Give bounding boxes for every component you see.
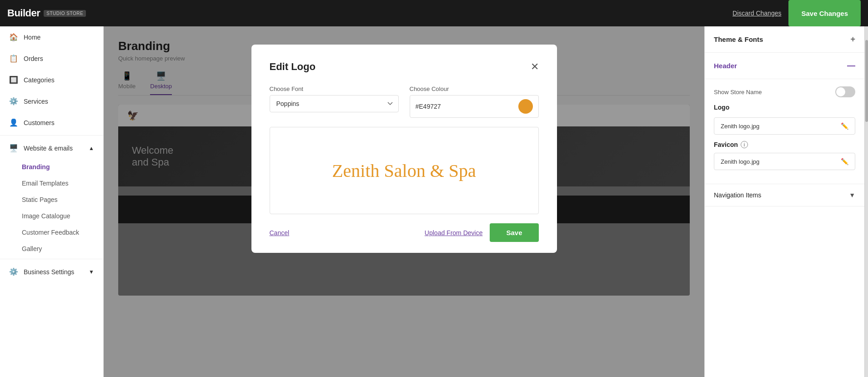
sidebar-item-gallery-label: Gallery [22, 245, 42, 252]
info-icon[interactable]: i [741, 141, 748, 148]
sidebar-item-orders-label: Orders [24, 55, 43, 62]
sidebar-item-static-pages[interactable]: Static Pages [22, 191, 103, 208]
sidebar-item-website-emails-label: Website & emails [24, 145, 73, 152]
sidebar-item-static-pages-label: Static Pages [22, 196, 58, 203]
topbar-logo: Builder STUDIO STORE [7, 7, 86, 19]
add-icon[interactable]: + [850, 35, 855, 44]
topbar: Builder STUDIO STORE Discard Changes Sav… [0, 0, 868, 26]
sidebar-item-image-catalogue[interactable]: Image Catalogue [22, 208, 103, 224]
save-changes-button[interactable]: Save Changes [788, 0, 861, 26]
sidebar-item-services-label: Services [24, 98, 48, 105]
header-section[interactable]: Header — [705, 53, 864, 79]
home-icon: 🏠 [9, 33, 18, 41]
modal-form-row: Choose Font Poppins Roboto Lato Montserr… [270, 85, 539, 118]
logo-field: Zenith logo.jpg ✏️ [714, 117, 855, 135]
font-select[interactable]: Poppins Roboto Lato Montserrat Open Sans [270, 95, 399, 112]
main-layout: 🏠 Home 📋 Orders 🔲 Categories ⚙️ Services… [0, 26, 868, 377]
chevron-up-icon: ▲ [89, 145, 94, 151]
sidebar-item-business-settings-label: Business Settings [24, 268, 74, 276]
topbar-actions: Discard Changes Save Changes [733, 0, 861, 26]
sidebar: 🏠 Home 📋 Orders 🔲 Categories ⚙️ Services… [0, 26, 104, 377]
sidebar-item-home[interactable]: 🏠 Home [0, 26, 103, 48]
categories-icon: 🔲 [9, 75, 18, 84]
sidebar-divider [0, 135, 103, 136]
logo-filename: Zenith logo.jpg [721, 123, 759, 130]
colour-input[interactable] [416, 103, 514, 110]
colour-input-wrapper[interactable] [410, 95, 539, 118]
modal-title: Edit Logo [270, 61, 316, 73]
sidebar-item-categories-label: Categories [24, 76, 55, 84]
sidebar-item-services[interactable]: ⚙️ Services [0, 90, 103, 112]
logo-section-title: Logo [714, 104, 855, 111]
sidebar-item-home-label: Home [24, 34, 40, 41]
right-panel: Theme & Fonts + Header — Show Store Name… [704, 26, 864, 377]
colour-field: Choose Colour [410, 85, 539, 118]
minus-icon[interactable]: — [847, 61, 855, 70]
sidebar-item-orders[interactable]: 📋 Orders [0, 48, 103, 69]
modal-footer: Cancel Upload From Device Save [270, 214, 539, 253]
orders-icon: 📋 [9, 54, 18, 63]
choose-colour-label: Choose Colour [410, 85, 539, 92]
sidebar-item-branding-label: Branding [22, 163, 50, 171]
theme-fonts-label: Theme & Fonts [714, 35, 763, 43]
save-button[interactable]: Save [490, 223, 538, 242]
business-settings-icon: ⚙️ [9, 267, 18, 276]
show-store-name-toggle[interactable] [835, 86, 855, 97]
logo-preview-area: Zenith Salon & Spa [270, 127, 539, 214]
modal-header: Edit Logo ✕ [270, 61, 539, 73]
edit-logo-modal: Edit Logo ✕ Choose Font Poppins Roboto L… [251, 45, 557, 253]
colour-swatch[interactable] [518, 99, 533, 114]
sidebar-item-email-templates[interactable]: Email Templates [22, 175, 103, 191]
store-name-toggle-row: Show Store Name [714, 86, 855, 97]
services-icon: ⚙️ [9, 97, 18, 106]
website-emails-icon: 🖥️ [9, 144, 18, 152]
choose-font-label: Choose Font [270, 85, 399, 92]
scroll-thumb[interactable] [865, 40, 868, 122]
sidebar-item-categories[interactable]: 🔲 Categories [0, 69, 103, 90]
edit-favicon-pencil-icon[interactable]: ✏️ [841, 158, 848, 165]
sidebar-item-website-emails[interactable]: 🖥️ Website & emails ▲ [0, 137, 103, 159]
sidebar-item-business-settings[interactable]: ⚙️ Business Settings ▼ [0, 261, 103, 282]
scrollbar-strip[interactable] [864, 26, 868, 377]
modal-footer-right: Upload From Device Save [425, 223, 539, 242]
edit-logo-pencil-icon[interactable]: ✏️ [841, 122, 848, 130]
modal-close-button[interactable]: ✕ [531, 62, 539, 72]
discard-changes-button[interactable]: Discard Changes [733, 10, 781, 17]
content-area: Branding Quick homepage preview 📱 Mobile… [104, 26, 704, 377]
logo-preview-text: Zenith Salon & Spa [332, 160, 476, 181]
favicon-label-text: Favicon [714, 141, 738, 148]
modal-overlay: Edit Logo ✕ Choose Font Poppins Roboto L… [104, 26, 704, 377]
navigation-items-label: Navigation Items [714, 191, 761, 199]
chevron-down-icon: ▼ [89, 269, 94, 275]
sidebar-divider-2 [0, 259, 103, 259]
sidebar-item-image-catalogue-label: Image Catalogue [22, 212, 70, 220]
favicon-label-row: Favicon i [714, 141, 855, 148]
sidebar-item-gallery[interactable]: Gallery [22, 241, 103, 257]
navigation-items-section[interactable]: Navigation Items ▼ [705, 184, 864, 206]
font-field: Choose Font Poppins Roboto Lato Montserr… [270, 85, 399, 118]
theme-fonts-section[interactable]: Theme & Fonts + [705, 26, 864, 53]
favicon-filename: Zenith logo.jpg [721, 158, 759, 165]
sidebar-item-customer-feedback[interactable]: Customer Feedback [22, 224, 103, 241]
favicon-field: Zenith logo.jpg ✏️ [714, 153, 855, 170]
header-section-label: Header [714, 62, 737, 70]
logo-text: Builder [7, 7, 40, 19]
sidebar-item-customers[interactable]: 👤 Customers [0, 112, 103, 133]
sidebar-item-branding[interactable]: Branding [22, 159, 103, 175]
show-store-name-row: Show Store Name Logo Zenith logo.jpg ✏️ … [705, 79, 864, 184]
cancel-button[interactable]: Cancel [270, 229, 290, 236]
show-store-name-label: Show Store Name [714, 89, 762, 96]
upload-from-device-button[interactable]: Upload From Device [425, 229, 483, 236]
studio-store-badge: STUDIO STORE [44, 10, 86, 17]
sidebar-item-customers-label: Customers [24, 119, 55, 126]
sidebar-sub-menu: Branding Email Templates Static Pages Im… [0, 159, 103, 257]
sidebar-item-customer-feedback-label: Customer Feedback [22, 229, 79, 236]
nav-items-chevron-icon: ▼ [849, 191, 855, 199]
toggle-thumb [836, 87, 845, 96]
sidebar-item-email-templates-label: Email Templates [22, 180, 68, 187]
customers-icon: 👤 [9, 118, 18, 127]
